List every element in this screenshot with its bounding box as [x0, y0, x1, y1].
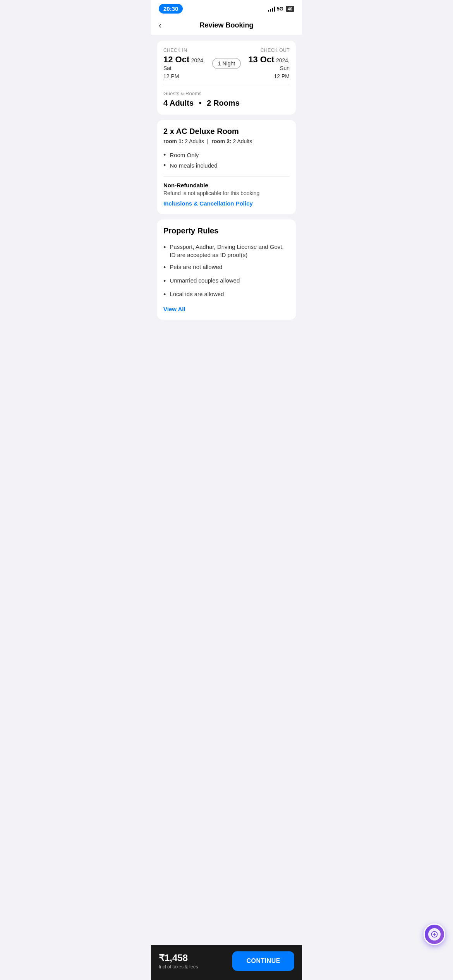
checkout-date: 13 Oct 2024, Sun — [245, 55, 290, 72]
checkin-label: CHECK IN — [163, 48, 208, 53]
list-item: Room Only — [163, 150, 290, 160]
main-content: CHECK IN 12 Oct 2024, Sat 12 PM 1 Night … — [151, 35, 302, 358]
property-rules-card: Property Rules Passport, Aadhar, Driving… — [157, 219, 296, 320]
refund-title: Non-Refundable — [163, 182, 290, 188]
checkin-date-main: 12 Oct — [163, 55, 189, 64]
checkout-date-main: 13 Oct — [248, 55, 274, 64]
guests-value: 4 Adults • 2 Rooms — [163, 99, 290, 108]
network-label: 5G — [276, 6, 283, 12]
page-title: Review Booking — [199, 21, 253, 29]
policy-link[interactable]: Inclusions & Cancellation Policy — [163, 200, 253, 207]
checkin-row: CHECK IN 12 Oct 2024, Sat 12 PM 1 Night … — [163, 48, 290, 79]
time-display: 20:30 — [159, 4, 183, 14]
currency-symbol: ₹ — [159, 953, 165, 963]
checkout-date-sub: 2024, Sun — [276, 57, 290, 71]
back-button[interactable]: ‹ — [157, 19, 163, 32]
list-item: Unmarried couples allowed — [163, 274, 290, 288]
divider-1 — [163, 85, 290, 85]
room-details-card: 2 x AC Deluxe Room room 1: 2 Adults | ro… — [157, 120, 296, 214]
amenity-list: Room Only No meals included — [163, 150, 290, 171]
list-item: No meals included — [163, 160, 290, 171]
page-header: ‹ Review Booking — [151, 16, 302, 35]
list-item: Passport, Aadhar, Driving License and Go… — [163, 241, 290, 261]
price-label: Incl of taxes & fees — [159, 964, 198, 970]
checkout-section: CHECK OUT 13 Oct 2024, Sun 12 PM — [245, 48, 290, 79]
guests-label: Guests & Rooms — [163, 91, 290, 96]
room-subtitle: room 1: 2 Adults | room 2: 2 Adults — [163, 138, 290, 144]
continue-button[interactable]: CONTINUE — [232, 951, 294, 971]
checkin-time: 12 PM — [163, 73, 208, 79]
signal-icon — [268, 6, 275, 12]
price-section: ₹1,458 Incl of taxes & fees — [159, 953, 198, 970]
room2-value: 2 Adults — [233, 138, 252, 144]
checkin-card: CHECK IN 12 Oct 2024, Sat 12 PM 1 Night … — [157, 41, 296, 115]
nights-badge: 1 Night — [212, 58, 241, 69]
battery-indicator: 46 — [286, 6, 294, 12]
rooms-count: 2 Rooms — [207, 99, 239, 107]
adults-count: 4 Adults — [163, 99, 194, 107]
checkin-date: 12 Oct 2024, Sat — [163, 55, 208, 72]
room1-label: room 1: — [163, 138, 183, 144]
checkin-section: CHECK IN 12 Oct 2024, Sat 12 PM — [163, 48, 208, 79]
price-value: 1,458 — [165, 953, 188, 963]
bottom-bar: ₹1,458 Incl of taxes & fees CONTINUE — [151, 945, 302, 980]
refund-desc: Refund is not applicable for this bookin… — [163, 190, 290, 196]
list-item: Local ids are allowed — [163, 288, 290, 302]
room2-label: room 2: — [211, 138, 231, 144]
property-rules-title: Property Rules — [163, 226, 290, 235]
divider-2 — [163, 176, 290, 176]
separator: • — [199, 99, 202, 107]
checkout-label: CHECK OUT — [245, 48, 290, 53]
rules-list: Passport, Aadhar, Driving License and Go… — [163, 241, 290, 302]
list-item: Pets are not allowed — [163, 261, 290, 274]
checkout-time: 12 PM — [245, 73, 290, 79]
room-title: 2 x AC Deluxe Room — [163, 127, 290, 136]
view-all-link[interactable]: View All — [163, 306, 185, 312]
price-amount: ₹1,458 — [159, 953, 198, 963]
status-icons: 5G 46 — [268, 6, 294, 12]
status-bar: 20:30 5G 46 — [151, 0, 302, 16]
room1-value: 2 Adults — [185, 138, 204, 144]
